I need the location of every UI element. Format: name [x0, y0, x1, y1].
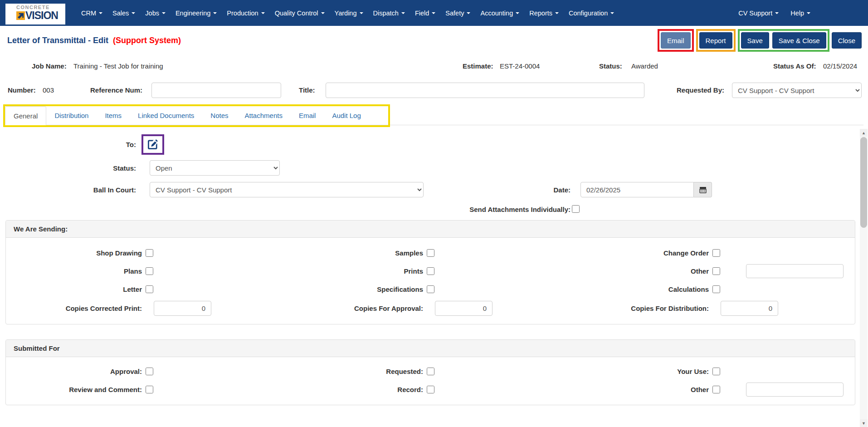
nav-item-jobs[interactable]: Jobs — [141, 6, 170, 20]
submitted-other-label: Other — [437, 386, 709, 393]
approval-checkbox[interactable] — [146, 368, 153, 375]
submitted-other-input[interactable] — [746, 383, 844, 397]
copies-corrected-print-label: Copies Corrected Print: — [6, 304, 142, 312]
ball-in-court-select[interactable]: CV Support - CV Support — [150, 182, 424, 197]
caret-down-icon — [261, 12, 265, 14]
prints-checkbox[interactable] — [427, 267, 434, 275]
job-name-label: Job Name: — [32, 62, 67, 70]
tab-notes[interactable]: Notes — [202, 106, 236, 125]
tab-linked-documents[interactable]: Linked Documents — [130, 106, 202, 125]
nav-item-crm[interactable]: CRM — [77, 6, 107, 20]
calendar-button[interactable] — [694, 182, 712, 197]
job-info-row: Job Name: Training - Test Job for traini… — [0, 62, 868, 71]
nav-item-dispatch[interactable]: Dispatch — [369, 6, 409, 20]
nav-item-reports[interactable]: Reports — [525, 6, 563, 20]
nav-item-production[interactable]: Production — [223, 6, 268, 20]
sending-other-input[interactable] — [746, 264, 844, 278]
close-button[interactable]: Close — [832, 32, 862, 49]
caret-down-icon — [213, 12, 217, 14]
scrollbar-up-button[interactable]: ▲ — [860, 129, 868, 137]
plans-checkbox[interactable] — [146, 267, 153, 275]
save-button[interactable]: Save — [741, 32, 769, 49]
copies-for-distribution-input[interactable] — [721, 301, 778, 316]
email-button[interactable]: Email — [661, 32, 691, 49]
nav-item-help[interactable]: Help — [786, 6, 814, 20]
nav-item-user[interactable]: CV Support — [734, 6, 783, 20]
action-buttons: Email Report Save Save & Close Close — [658, 29, 862, 52]
calculations-checkbox[interactable] — [712, 285, 720, 293]
scrollbar-thumb[interactable] — [860, 137, 867, 228]
shop-drawing-checkbox[interactable] — [146, 249, 153, 257]
tab-email[interactable]: Email — [291, 106, 324, 125]
caret-down-icon — [321, 12, 325, 14]
vertical-scrollbar[interactable]: ▲ ▼ — [860, 129, 868, 427]
logo-arrow-icon — [16, 11, 25, 20]
save-and-close-button[interactable]: Save & Close — [772, 32, 826, 49]
reference-num-input[interactable] — [151, 83, 281, 98]
record-checkbox[interactable] — [427, 386, 434, 393]
nav-item-quality-control[interactable]: Quality Control — [271, 6, 329, 20]
requested-by-label: Requested By: — [677, 86, 724, 94]
approval-label: Approval: — [6, 368, 142, 375]
estimate-label: Estimate: — [463, 62, 493, 70]
tab-distribution[interactable]: Distribution — [46, 106, 97, 125]
annotation-purple-box — [141, 134, 164, 155]
send-attachments-checkbox[interactable] — [572, 205, 580, 213]
tab-attachments[interactable]: Attachments — [237, 106, 291, 125]
caret-down-icon — [807, 12, 810, 14]
scrollbar-down-button[interactable]: ▼ — [860, 419, 868, 427]
copies-for-distribution-label: Copies For Distribution: — [500, 304, 709, 312]
status-as-of-value: 02/15/2024 — [823, 62, 857, 70]
sending-row-1: Shop Drawing Samples Change Order — [6, 245, 855, 260]
estimate-value: EST-24-0004 — [500, 62, 540, 70]
nav-item-accounting[interactable]: Accounting — [476, 6, 523, 20]
to-label: To: — [0, 141, 136, 148]
report-button[interactable]: Report — [699, 32, 732, 49]
nav-item-engineering[interactable]: Engineering — [171, 6, 221, 20]
edit-to-button[interactable] — [148, 139, 158, 149]
caret-down-icon — [775, 12, 779, 14]
main-menu: CRM Sales Jobs Engineering Production Qu… — [77, 6, 618, 20]
nav-item-configuration[interactable]: Configuration — [565, 6, 618, 20]
requested-by-select[interactable]: CV Support - CV Support — [732, 83, 862, 98]
status-field-label: Status: — [0, 164, 136, 172]
your-use-checkbox[interactable] — [712, 368, 720, 375]
nav-item-yarding[interactable]: Yarding — [331, 6, 367, 20]
date-input[interactable] — [580, 182, 694, 197]
annotation-red-box: Email — [658, 29, 694, 52]
copies-for-approval-input[interactable] — [435, 301, 493, 316]
samples-checkbox[interactable] — [427, 249, 434, 257]
annotation-yellow-box: General Distribution Items Linked Docume… — [3, 104, 390, 127]
nav-item-field[interactable]: Field — [411, 6, 439, 20]
caret-down-icon — [132, 12, 135, 14]
review-and-comment-checkbox[interactable] — [146, 386, 153, 393]
caret-down-icon — [401, 12, 405, 14]
submitted-other-checkbox[interactable] — [712, 386, 720, 393]
calendar-icon — [699, 186, 707, 193]
tab-items[interactable]: Items — [97, 106, 130, 125]
number-label: Number: — [8, 86, 36, 94]
nav-item-safety[interactable]: Safety — [441, 6, 474, 20]
job-name-value: Training - Test Job for training — [73, 62, 163, 70]
tabs-row: General Distribution Items Linked Docume… — [0, 104, 868, 128]
specifications-checkbox[interactable] — [427, 285, 434, 293]
caret-down-icon — [610, 12, 614, 14]
sending-other-checkbox[interactable] — [712, 267, 720, 275]
status-select[interactable]: Open — [150, 160, 280, 176]
date-label: Date: — [463, 186, 571, 194]
reference-num-label: Reference Num: — [90, 86, 142, 94]
tab-general[interactable]: General — [5, 106, 46, 125]
caret-down-icon — [516, 12, 519, 14]
document-fields-row: Number: 003 Reference Num: Title: Reques… — [0, 81, 868, 99]
copies-corrected-print-input[interactable] — [154, 301, 211, 316]
letter-checkbox[interactable] — [146, 285, 153, 293]
nav-item-sales[interactable]: Sales — [108, 6, 139, 20]
title-input[interactable] — [326, 83, 644, 98]
change-order-checkbox[interactable] — [712, 249, 720, 257]
sending-other-label: Other — [437, 267, 709, 275]
requested-checkbox[interactable] — [427, 368, 434, 375]
we-are-sending-panel: We Are Sending: Shop Drawing Samples Cha… — [5, 220, 855, 324]
app-logo[interactable]: CONCRETE VISION — [5, 4, 65, 25]
ball-in-court-label: Ball In Court: — [0, 186, 136, 194]
tab-audit-log[interactable]: Audit Log — [324, 106, 369, 125]
